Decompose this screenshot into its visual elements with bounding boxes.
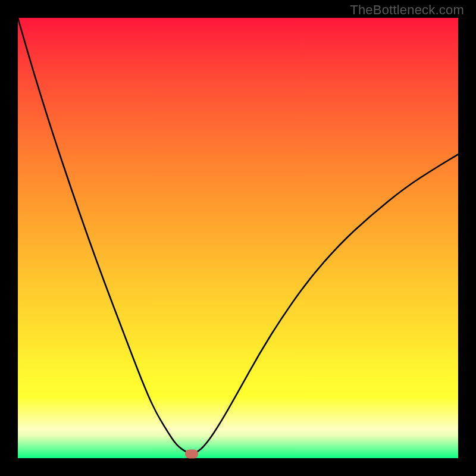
bottleneck-curve xyxy=(18,18,458,453)
plot-area xyxy=(18,18,458,458)
watermark-text: TheBottleneck.com xyxy=(350,2,464,18)
chart-container: TheBottleneck.com xyxy=(0,0,476,476)
optimal-point-marker xyxy=(185,449,198,458)
curve-svg xyxy=(18,18,458,458)
